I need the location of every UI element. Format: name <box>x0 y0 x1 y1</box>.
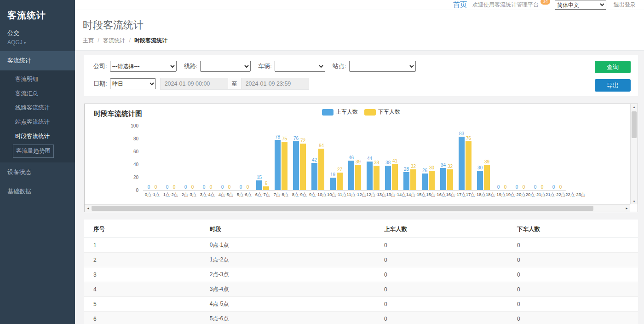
filter-row-2: 日期: 昨日 至 <box>86 78 631 90</box>
breadcrumb-home[interactable]: 主页 <box>83 37 94 44</box>
export-button[interactable]: 导出 <box>595 79 631 92</box>
x-tick-label: 0点-1点 <box>143 192 161 198</box>
bar <box>385 166 391 190</box>
bar-value-label: 0 <box>184 185 187 190</box>
bar-group: 00 <box>161 126 180 190</box>
bar <box>466 141 472 190</box>
sidebar-item-base-data[interactable]: 基础数据 <box>0 182 75 201</box>
horizontal-scroll-thumb[interactable] <box>92 206 593 211</box>
bar <box>311 163 317 190</box>
header-alighting: 下车人数 <box>508 221 638 238</box>
bar <box>367 162 373 190</box>
x-tick-label: 3点-4点 <box>198 192 217 198</box>
date-to-label: 至 <box>228 78 241 90</box>
scroll-down-icon[interactable]: ▼ <box>631 200 638 203</box>
bar-value-label: 39 <box>484 159 489 164</box>
x-tick-label: 21点-22点 <box>546 192 565 198</box>
welcome-text: 欢迎使用客流统计管理平台 <box>472 1 539 9</box>
vertical-scroll-thumb[interactable] <box>632 111 637 138</box>
bar-value-label: 42 <box>312 157 317 162</box>
sidebar-item-passenger-stats[interactable]: 客流统计 <box>0 51 75 70</box>
bar <box>447 169 453 190</box>
scroll-up-icon[interactable]: ▲ <box>631 105 638 109</box>
date-from-input[interactable] <box>160 78 228 90</box>
chart-header: 时段车流统计图 上车人数 下车人数 <box>85 104 638 120</box>
bar <box>263 186 269 190</box>
x-tick-label: 5点-6点 <box>235 192 253 198</box>
table-cell: 0 <box>508 253 638 267</box>
chart-plot: 0000000000001567875767242641927463944383… <box>143 126 566 191</box>
bar-value-label: 27 <box>337 167 342 172</box>
x-tick-label: 17点-18点 <box>466 192 486 198</box>
x-tick-label: 20点-21点 <box>526 192 546 198</box>
table-cell: 0 <box>375 238 508 253</box>
table-row: 54点-5点00 <box>84 297 638 312</box>
horizontal-scrollbar[interactable]: ◄ ► <box>85 204 630 212</box>
logout-link[interactable]: 退出登录 <box>614 1 636 9</box>
sidebar-item-line-stats[interactable]: 线路客流统计 <box>0 101 75 115</box>
sidebar-item-passenger-detail[interactable]: 客流明细 <box>0 72 75 87</box>
sidebar-item-station-stats[interactable]: 站点客流统计 <box>0 115 75 129</box>
org-code-dropdown[interactable]: AQGJ▾ <box>7 39 68 46</box>
scroll-right-icon[interactable]: ► <box>625 207 628 210</box>
scroll-left-icon[interactable]: ◄ <box>86 207 90 210</box>
y-tick-label: 80 <box>133 136 138 141</box>
language-select[interactable]: 简体中文 <box>555 0 606 10</box>
bar-value-label: 0 <box>240 185 242 190</box>
home-link[interactable]: 首页 <box>453 0 467 9</box>
bar-value-label: 76 <box>293 136 299 141</box>
bar-value-label: 78 <box>275 134 280 139</box>
sidebar-submenu: 客流明细 客流汇总 线路客流统计 站点客流统计 时段客流统计 客流量趋势图 <box>0 70 75 162</box>
sidebar-item-period-stats[interactable]: 时段客流统计 <box>0 129 75 144</box>
vertical-scrollbar[interactable]: ▲ ▼ <box>630 104 638 204</box>
notification-badge[interactable]: 34 <box>540 0 550 5</box>
date-preset-select[interactable]: 昨日 <box>110 78 156 89</box>
x-tick-label: 1点-2点 <box>161 192 180 198</box>
query-button[interactable]: 查询 <box>595 61 631 73</box>
breadcrumb-passenger-stats[interactable]: 客流统计 <box>103 37 125 44</box>
date-to-input[interactable] <box>241 78 309 90</box>
bar <box>318 149 324 190</box>
bar-value-label: 0 <box>228 185 231 190</box>
y-tick-label: 0 <box>136 188 138 193</box>
bar-group: 00 <box>548 126 566 190</box>
bar-group: 00 <box>235 126 253 190</box>
legend-alighting[interactable]: 下车人数 <box>364 108 400 116</box>
bar-value-label: 19 <box>330 172 335 177</box>
bar-group: 00 <box>217 126 235 190</box>
x-tick-label: 14点-15点 <box>406 192 426 198</box>
bar <box>477 171 483 190</box>
y-tick-label: 40 <box>133 162 138 167</box>
bar-group: 1927 <box>327 126 345 190</box>
x-tick-label: 19点-20点 <box>506 192 525 198</box>
table-cell: 0 <box>508 282 638 297</box>
bar-group: 8376 <box>456 126 474 190</box>
bar-value-label: 72 <box>300 138 305 143</box>
bar-group: 00 <box>529 126 548 190</box>
table-cell: 6 <box>84 312 201 324</box>
vehicle-select[interactable] <box>275 61 325 72</box>
topbar: 首页 欢迎使用客流统计管理平台 34 简体中文 退出登录 <box>75 0 644 10</box>
station-select[interactable] <box>349 61 416 72</box>
legend-alighting-swatch <box>364 109 376 116</box>
x-tick-label: 4点-5点 <box>217 192 235 198</box>
company-select[interactable]: ---请选择--- <box>110 61 177 72</box>
table-cell: 0 <box>375 312 508 324</box>
bar <box>410 169 416 190</box>
x-tick-label: 8点-9点 <box>290 192 309 198</box>
bar-value-label: 83 <box>459 131 464 136</box>
line-label: 线路: <box>184 62 198 70</box>
bar-value-label: 15 <box>257 175 262 180</box>
line-select[interactable] <box>200 61 251 72</box>
org-name: 公交 <box>7 29 68 37</box>
bar-value-label: 0 <box>203 185 206 190</box>
sidebar-item-device-status[interactable]: 设备状态 <box>0 162 75 182</box>
bar <box>429 171 435 190</box>
sidebar-item-passenger-summary[interactable]: 客流汇总 <box>0 87 75 101</box>
table-cell: 5点-6点 <box>201 312 375 324</box>
content: 公司: ---请选择--- 线路: 车辆: 站点: <box>75 51 644 324</box>
sidebar-item-trend-chart[interactable]: 客流量趋势图 <box>13 145 54 158</box>
x-tick-label: 16点-17点 <box>446 192 466 198</box>
legend-boarding[interactable]: 上车人数 <box>322 108 358 116</box>
x-tick-label: 6点-7点 <box>253 192 272 198</box>
